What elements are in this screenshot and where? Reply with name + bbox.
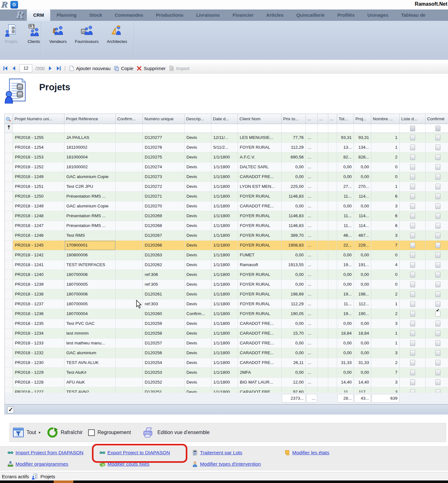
cell-d2[interactable] <box>318 319 328 329</box>
cell-confirm[interactable] <box>116 319 143 329</box>
filter-cell-desc[interactable] <box>185 124 211 133</box>
row-indicator[interactable] <box>5 182 13 192</box>
cell-d1[interactable]: ... <box>306 280 318 289</box>
cell-d3[interactable] <box>328 378 337 387</box>
liste-checkbox[interactable] <box>410 164 415 170</box>
cell-confirme[interactable] <box>426 192 448 201</box>
grouping-checkbox[interactable] <box>88 429 95 436</box>
cell-client[interactable]: CARADOT FRE... <box>238 172 282 182</box>
cell-desc[interactable]: Devis <box>185 192 211 201</box>
confirme-checkbox[interactable] <box>435 360 440 366</box>
cell-date[interactable]: 1/1/1800 <box>211 309 238 319</box>
cell-num[interactable]: PR2018 - 1235 <box>13 319 64 329</box>
cell-client[interactable]: CARADOT FRE... <box>238 338 282 348</box>
cell-liste[interactable] <box>400 299 426 309</box>
row-indicator[interactable] <box>5 143 13 152</box>
cell-ref[interactable]: 181100002 <box>64 143 116 152</box>
column-header-proj[interactable]: Proj... <box>354 114 371 124</box>
cell-ref[interactable]: 181000004 <box>64 152 116 162</box>
cell-nombre[interactable]: 7 <box>371 241 400 250</box>
row-indicator[interactable] <box>5 289 13 299</box>
cell-tot[interactable]: 18,84 <box>337 329 354 338</box>
cell-liste[interactable] <box>400 133 426 143</box>
cell-tot[interactable]: 0,00 <box>337 172 354 182</box>
delete-button[interactable]: Supprimer <box>136 66 166 71</box>
table-row[interactable]: PR2018 - 1227TEST AVN2D120251Devis1/1/18… <box>5 387 448 393</box>
row-indicator[interactable] <box>5 299 13 309</box>
cell-proj[interactable]: 14,40 <box>354 378 371 387</box>
cell-liste[interactable] <box>400 338 426 348</box>
cell-client[interactable]: FOYER RURAL <box>238 211 282 221</box>
cell-num[interactable]: PR2018 - 1245 <box>13 241 64 250</box>
cell-date[interactable]: 1/1/1800 <box>211 260 238 270</box>
row-indicator[interactable] <box>5 280 13 289</box>
cell-nombre[interactable]: 6 <box>371 221 400 231</box>
cell-tot[interactable]: 0,00 <box>337 319 354 329</box>
cell-date[interactable]: 1/1/1800 <box>211 201 238 211</box>
cell-ref[interactable]: GAC aluminium <box>64 348 116 358</box>
cell-tot[interactable]: 14,40 <box>337 378 354 387</box>
cell-unique[interactable]: D120268 <box>143 221 185 231</box>
cell-d3[interactable] <box>328 338 337 348</box>
cell-prix[interactable]: 112,29 <box>282 299 306 309</box>
cell-nombre[interactable]: 2 <box>371 358 400 368</box>
cell-confirme[interactable] <box>426 260 448 270</box>
cell-prix[interactable]: 1146,83 <box>282 211 306 221</box>
cell-d1[interactable]: ... <box>306 358 318 368</box>
table-row[interactable]: PR2018 - 1241TEST INTERFACESD120262Devis… <box>5 260 448 270</box>
cell-desc[interactable]: Devis <box>185 162 211 172</box>
cell-confirme[interactable] <box>426 162 448 172</box>
cell-d2[interactable] <box>318 338 328 348</box>
cell-ref[interactable]: test mmmm <box>64 329 116 338</box>
cell-date[interactable]: 1/1/1800 <box>211 289 238 299</box>
confirme-checkbox[interactable] <box>435 233 440 238</box>
cell-ref[interactable]: 180700004 <box>64 309 116 319</box>
column-header-d1[interactable]: ... <box>306 114 318 124</box>
filter-cell-client[interactable] <box>238 124 282 133</box>
cell-proj[interactable]: 0,00 <box>354 348 371 358</box>
cell-ref[interactable]: Présentation RMS ... <box>64 221 116 231</box>
cell-confirme[interactable] <box>426 270 448 280</box>
cell-proj[interactable]: 112... <box>354 299 371 309</box>
cell-confirm[interactable] <box>116 378 143 387</box>
cell-proj[interactable]: 190... <box>354 309 371 319</box>
table-row[interactable]: PR2018 - 1240180700006ref:306Devis1/1/18… <box>5 270 448 280</box>
table-row[interactable]: PR2018 - 1254181100002D120276Devis5/11/2… <box>5 143 448 152</box>
cell-d2[interactable] <box>318 289 328 299</box>
cell-desc[interactable]: Devis <box>185 280 211 289</box>
cell-nombre[interactable]: 4 <box>371 260 400 270</box>
liste-checkbox[interactable] <box>410 379 415 385</box>
cell-d1[interactable]: ... <box>306 348 318 358</box>
cell-prix[interactable]: 0,00 <box>282 319 306 329</box>
confirme-checkbox[interactable] <box>435 291 440 297</box>
filter-cell-unique[interactable] <box>143 124 185 133</box>
cell-nombre[interactable]: 3 <box>371 231 400 241</box>
cell-unique[interactable]: D120260 <box>143 309 185 319</box>
cell-desc[interactable]: Devis <box>185 270 211 280</box>
cell-client[interactable]: FOYER RURAL <box>238 309 282 319</box>
cell-d2[interactable] <box>318 368 328 378</box>
tab-financier[interactable]: Financier <box>226 9 260 21</box>
cell-d2[interactable] <box>318 133 328 143</box>
confirme-checkbox[interactable] <box>435 350 440 356</box>
cell-desc[interactable]: Confirm... <box>185 309 211 319</box>
cell-client[interactable]: CARADOT FRE... <box>238 348 282 358</box>
cell-d2[interactable] <box>318 329 328 338</box>
cell-ref[interactable]: 181000002 <box>64 162 116 172</box>
cell-confirm[interactable] <box>116 133 143 143</box>
cell-ref[interactable]: 180800006 <box>64 250 116 260</box>
cell-confirm[interactable] <box>116 172 143 182</box>
cell-desc[interactable]: Devis <box>185 358 211 368</box>
cell-d1[interactable]: ... <box>306 162 318 172</box>
cell-proj[interactable]: 0,00 <box>354 162 371 172</box>
cell-confirme[interactable] <box>426 231 448 241</box>
cell-unique[interactable]: D120269 <box>143 211 185 221</box>
filter-cell-d3[interactable] <box>328 124 337 133</box>
cell-proj[interactable]: 0,00 <box>354 319 371 329</box>
table-row[interactable]: PR2018 - 1245170900001D120266Devis1/1/18… <box>5 241 448 250</box>
cell-nombre[interactable]: 6 <box>371 192 400 201</box>
cell-d1[interactable]: ... <box>306 260 318 270</box>
cell-confirm[interactable] <box>116 241 143 250</box>
cell-d1[interactable]: ... <box>306 231 318 241</box>
cell-tot[interactable]: 11... <box>337 299 354 309</box>
